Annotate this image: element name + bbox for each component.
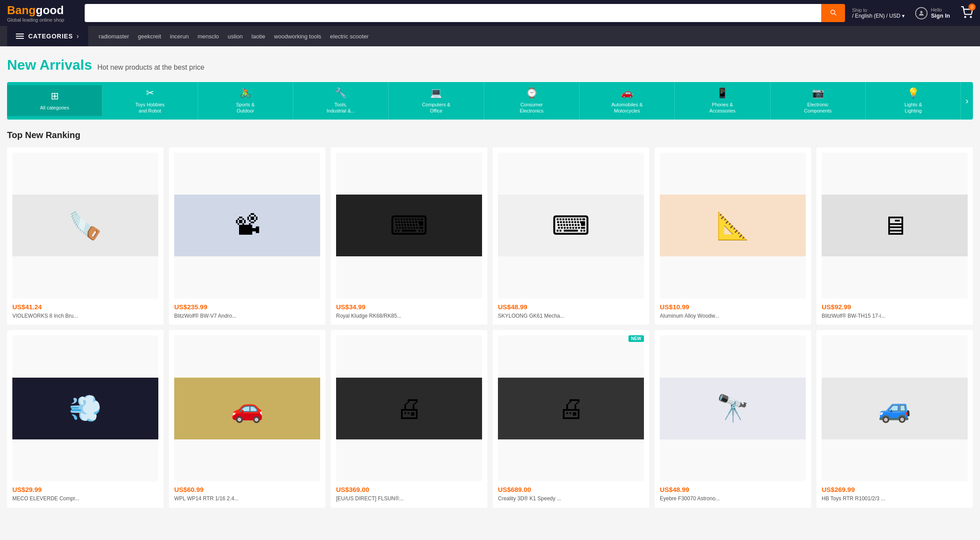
quick-links: radiomaster geekcreit incerun mensclo us… bbox=[99, 33, 369, 40]
product-name-3: Royal Kludge RK68/RK85... bbox=[336, 312, 482, 320]
product-card-7[interactable]: 💨 US$29.99 MECO ELEVERDE Compr... bbox=[7, 330, 164, 508]
product-card-6[interactable]: 🖥 US$92.99 BlitzWolf® BW-TH15 17-i... bbox=[816, 147, 973, 325]
product-card-9[interactable]: 🖨 US$369.00 [EU/US DIRECT] FLSUN®... bbox=[331, 330, 487, 508]
tab-consumer-electronics[interactable]: ⌚ ConsumerElectronics bbox=[484, 82, 580, 120]
product-price-8: US$60.99 bbox=[174, 486, 320, 493]
svg-point-0 bbox=[920, 11, 922, 13]
product-card-12[interactable]: 🚙 US$269.99 HB Toys RTR R1001/2/3 ... bbox=[816, 330, 973, 508]
quick-link-radiomaster[interactable]: radiomaster bbox=[99, 33, 129, 40]
logo-tagline: Global leading online shop bbox=[7, 17, 78, 22]
cart-count: 0 bbox=[969, 4, 976, 11]
product-card-10[interactable]: NEW 🖨 US$689.00 Creality 3D® K1 Speedy .… bbox=[493, 330, 649, 508]
quick-link-electric-scooter[interactable]: electric scooter bbox=[330, 33, 368, 40]
tab-electronic-label: ElectronicComponents bbox=[804, 101, 831, 114]
tab-phones[interactable]: 📱 Phones &Accessories bbox=[675, 82, 770, 120]
quick-link-woodworking[interactable]: woodworking tools bbox=[274, 33, 321, 40]
product-price-5: US$10.99 bbox=[660, 303, 806, 311]
category-tabs: ⊞ All categories ✂ Toys Hobbiesand Robot… bbox=[7, 82, 973, 120]
product-price-6: US$92.99 bbox=[822, 303, 968, 311]
tab-toys-label: Toys Hobbiesand Robot bbox=[135, 101, 165, 114]
product-price-3: US$34.99 bbox=[336, 303, 482, 311]
new-badge-10: NEW bbox=[628, 335, 644, 342]
product-image-11: 🔭 bbox=[660, 335, 806, 481]
product-grid-row1: 🪚 US$41.24 VIOLEWORKS 8 Inch Bru... 📽 US… bbox=[7, 147, 973, 325]
product-image-3: ⌨ bbox=[336, 153, 482, 299]
header-right: Ship to / English (EN) / USD ▾ Hello Sig… bbox=[852, 6, 973, 20]
product-price-2: US$235.99 bbox=[174, 303, 320, 311]
product-name-6: BlitzWolf® BW-TH15 17-i... bbox=[822, 312, 968, 320]
header: Banggood Global leading online shop Ship… bbox=[0, 0, 980, 26]
tab-next-arrow[interactable]: › bbox=[961, 96, 973, 106]
new-arrivals-subtitle: Hot new products at the best price bbox=[97, 64, 205, 71]
product-card-5[interactable]: 📐 US$10.99 Aluminum Alloy Woodw... bbox=[655, 147, 811, 325]
tab-lights[interactable]: 💡 Lights &Lighting bbox=[866, 82, 961, 120]
product-price-4: US$48.99 bbox=[498, 303, 644, 311]
new-arrivals-title: New Arrivals bbox=[7, 57, 92, 73]
search-bar bbox=[85, 4, 845, 22]
quick-link-laotie[interactable]: laotie bbox=[251, 33, 265, 40]
main-content: New Arrivals Hot new products at the bes… bbox=[0, 46, 980, 518]
product-name-12: HB Toys RTR R1001/2/3 ... bbox=[822, 495, 968, 502]
svg-point-1 bbox=[965, 16, 965, 17]
product-image-5: 📐 bbox=[660, 153, 806, 299]
logo[interactable]: Banggood bbox=[7, 4, 78, 17]
tab-computers[interactable]: 💻 Computers &Office bbox=[389, 82, 484, 120]
search-input[interactable] bbox=[85, 4, 821, 22]
electronic-icon: 📷 bbox=[812, 87, 824, 99]
sports-icon: 🚴 bbox=[239, 87, 251, 99]
search-button[interactable] bbox=[821, 4, 845, 22]
product-card-8[interactable]: 🚗 US$60.99 WPL WP14 RTR 1/16 2.4... bbox=[169, 330, 325, 508]
product-name-11: Eyebre F30070 Astrono... bbox=[660, 495, 806, 502]
product-image-6: 🖥 bbox=[822, 153, 968, 299]
toys-icon: ✂ bbox=[146, 87, 154, 99]
product-card-11[interactable]: 🔭 US$48.99 Eyebre F30070 Astrono... bbox=[655, 330, 811, 508]
lights-icon: 💡 bbox=[907, 87, 919, 99]
logo-area: Banggood Global leading online shop bbox=[7, 4, 78, 22]
nav-bar: CATEGORIES › radiomaster geekcreit incer… bbox=[0, 26, 980, 46]
user-icon bbox=[915, 7, 928, 19]
product-grid-row2: 💨 US$29.99 MECO ELEVERDE Compr... 🚗 US$6… bbox=[7, 330, 973, 508]
all-categories-icon: ⊞ bbox=[51, 90, 59, 102]
tab-automobiles[interactable]: 🚗 Automobiles &Motorcycles bbox=[580, 82, 675, 120]
tab-tools-label: Tools,Industrial &... bbox=[327, 101, 355, 114]
product-image-7: 💨 bbox=[12, 335, 158, 481]
tab-computers-label: Computers &Office bbox=[422, 101, 450, 114]
phones-icon: 📱 bbox=[716, 87, 728, 99]
product-name-7: MECO ELEVERDE Compr... bbox=[12, 495, 158, 502]
product-card-2[interactable]: 📽 US$235.99 BlitzWolf® BW-V7 Andro... bbox=[169, 147, 325, 325]
product-name-1: VIOLEWORKS 8 Inch Bru... bbox=[12, 312, 158, 320]
quick-link-mensclo[interactable]: mensclo bbox=[198, 33, 219, 40]
greeting-text: Hello bbox=[931, 7, 950, 12]
categories-label: CATEGORIES bbox=[28, 33, 73, 40]
ship-to[interactable]: Ship to / English (EN) / USD ▾ bbox=[852, 8, 905, 19]
sign-in-area[interactable]: Hello Sign In bbox=[915, 7, 950, 19]
tab-electronic-components[interactable]: 📷 ElectronicComponents bbox=[771, 82, 866, 120]
quick-link-geekcreit[interactable]: geekcreit bbox=[138, 33, 161, 40]
product-name-2: BlitzWolf® BW-V7 Andro... bbox=[174, 312, 320, 320]
sign-in-link[interactable]: Sign In bbox=[931, 12, 950, 19]
product-price-9: US$369.00 bbox=[336, 486, 482, 493]
tab-tools[interactable]: 🔧 Tools,Industrial &... bbox=[293, 82, 389, 120]
tab-toys-hobbies[interactable]: ✂ Toys Hobbiesand Robot bbox=[102, 82, 198, 120]
product-price-11: US$48.99 bbox=[660, 486, 806, 493]
product-card-4[interactable]: ⌨ US$48.99 SKYLOONG GK61 Mecha... bbox=[493, 147, 649, 325]
tab-sports-outdoor[interactable]: 🚴 Sports &Outdoor bbox=[198, 82, 293, 120]
tab-automobiles-label: Automobiles &Motorcycles bbox=[611, 101, 643, 114]
product-image-9: 🖨 bbox=[336, 335, 482, 481]
product-card-1[interactable]: 🪚 US$41.24 VIOLEWORKS 8 Inch Bru... bbox=[7, 147, 164, 325]
computers-icon: 💻 bbox=[430, 87, 442, 99]
tab-all-label: All categories bbox=[40, 105, 69, 111]
ship-to-language: / English (EN) / USD ▾ bbox=[852, 13, 905, 19]
svg-point-2 bbox=[970, 16, 971, 17]
tools-icon: 🔧 bbox=[335, 87, 347, 99]
product-name-9: [EU/US DIRECT] FLSUN®... bbox=[336, 495, 482, 502]
tab-lights-label: Lights &Lighting bbox=[905, 101, 922, 114]
product-image-8: 🚗 bbox=[174, 335, 320, 481]
product-card-3[interactable]: ⌨ US$34.99 Royal Kludge RK68/RK85... bbox=[331, 147, 487, 325]
quick-link-uslion[interactable]: uslion bbox=[228, 33, 243, 40]
categories-button[interactable]: CATEGORIES › bbox=[7, 26, 88, 46]
quick-link-incerun[interactable]: incerun bbox=[170, 33, 189, 40]
cart-icon[interactable]: 0 bbox=[961, 6, 973, 20]
tab-all-categories[interactable]: ⊞ All categories bbox=[7, 85, 102, 116]
consumer-electronics-icon: ⌚ bbox=[526, 87, 538, 99]
